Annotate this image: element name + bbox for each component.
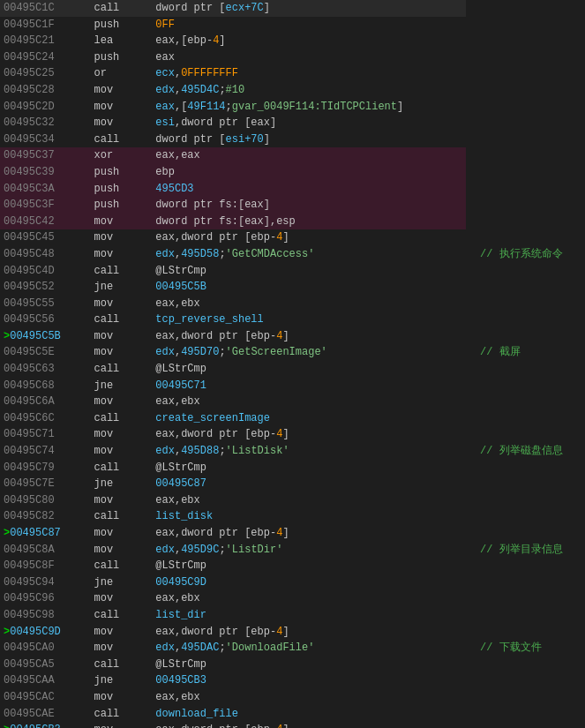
mnemonic-cell: mov — [86, 296, 152, 312]
address-cell: 00495C79 — [0, 460, 86, 477]
table-row[interactable]: 00495C6Ccallcreate_screenImage — [0, 410, 585, 427]
table-row[interactable]: 00495C2Dmoveax,[49F114;gvar_0049F114:TId… — [0, 99, 585, 116]
operands-cell: eax — [152, 49, 466, 66]
table-row[interactable]: 00495C80moveax,ebx — [0, 492, 585, 509]
table-row[interactable]: 00495C63call@LStrCmp — [0, 361, 585, 378]
mnemonic-cell: push — [86, 49, 152, 66]
address-cell: 00495C74 — [0, 443, 86, 460]
table-row[interactable]: 00495CA0movedx,495DAC;'DownloadFile'// 下… — [0, 640, 585, 657]
mnemonic-cell: mov — [86, 328, 152, 345]
operands-cell: dword ptr fs:[eax] — [152, 197, 466, 214]
table-row[interactable]: 00495C32movesi,dword ptr [eax] — [0, 115, 585, 131]
table-row[interactable]: 00495C45moveax,dword ptr [ebp-4] — [0, 229, 585, 246]
mnemonic-cell: mov — [86, 344, 152, 361]
table-row[interactable]: 00495C48movedx,495D58;'GetCMDAccess'// 执… — [0, 246, 585, 263]
operands-cell: eax,dword ptr [ebp-4] — [152, 328, 466, 345]
table-row[interactable]: 00495CAEcalldownload_file — [0, 706, 585, 723]
address-cell: 00495C8A — [0, 542, 86, 559]
mnemonic-cell: mov — [86, 443, 152, 460]
table-row[interactable]: 00495C42movdword ptr fs:[eax],esp — [0, 214, 585, 230]
table-row[interactable]: 00495C7Ejne00495C87 — [0, 476, 585, 492]
mnemonic-cell: jne — [86, 378, 152, 394]
operands-cell: list_dir — [152, 607, 466, 624]
mnemonic-cell: jne — [86, 672, 152, 689]
address-cell: >00495C87 — [0, 525, 86, 542]
table-row[interactable]: 00495C94jne00495C9D — [0, 574, 585, 591]
table-row[interactable]: 00495CA5call@LStrCmp — [0, 657, 585, 673]
table-row[interactable]: 00495C1Fpush0FF — [0, 17, 585, 34]
table-row[interactable]: 00495C5Emovedx,495D70;'GetScreenImage'//… — [0, 344, 585, 361]
mnemonic-cell: push — [86, 164, 152, 181]
address-cell: 00495C6A — [0, 394, 86, 410]
address-cell: 00495C63 — [0, 361, 86, 378]
table-row[interactable]: 00495C3Apush495CD3 — [0, 181, 585, 198]
table-row[interactable]: 00495C74movedx,495D88;'ListDisk'// 列举磁盘信… — [0, 443, 585, 460]
operands-cell: 00495C5B — [152, 279, 466, 296]
mnemonic-cell: mov — [86, 624, 152, 641]
operands-cell: ebp — [152, 164, 466, 181]
table-row[interactable]: >00495C9Dmoveax,dword ptr [ebp-4] — [0, 624, 585, 641]
operands-cell: eax,ebx — [152, 492, 466, 509]
operands-cell: ecx,0FFFFFFFF — [152, 65, 466, 82]
table-row[interactable]: 00495C96moveax,ebx — [0, 590, 585, 607]
address-cell: 00495C80 — [0, 492, 86, 509]
table-row[interactable]: 00495C3Fpushdword ptr fs:[eax] — [0, 197, 585, 214]
address-cell: 00495CAA — [0, 672, 86, 689]
table-row[interactable]: 00495C68jne00495C71 — [0, 378, 585, 394]
table-row[interactable]: 00495C34calldword ptr [esi+70] — [0, 131, 585, 148]
table-row[interactable]: 00495C8Amovedx,495D9C;'ListDir'// 列举目录信息 — [0, 542, 585, 559]
address-cell: 00495CA0 — [0, 640, 86, 657]
table-row[interactable]: >00495CB3moveax,dword ptr [ebp-4] — [0, 722, 585, 728]
operands-cell: create_screenImage — [152, 410, 466, 427]
table-row[interactable]: >00495C87moveax,dword ptr [ebp-4] — [0, 525, 585, 542]
table-row[interactable]: 00495C1Ccalldword ptr [ecx+7C] — [0, 0, 585, 17]
mnemonic-cell: call — [86, 0, 152, 17]
operands-cell: @LStrCmp — [152, 558, 466, 574]
mnemonic-cell: mov — [86, 525, 152, 542]
table-row[interactable]: 00495C39pushebp — [0, 164, 585, 181]
mnemonic-cell: lea — [86, 33, 152, 49]
operands-cell: 00495C9D — [152, 574, 466, 591]
table-row[interactable]: 00495C79call@LStrCmp — [0, 460, 585, 477]
table-row[interactable]: 00495CACmoveax,ebx — [0, 689, 585, 706]
comment-cell: // 下载文件 — [466, 640, 585, 657]
table-row[interactable]: 00495C55moveax,ebx — [0, 296, 585, 312]
operands-cell: dword ptr [ecx+7C] — [152, 0, 466, 17]
table-row[interactable]: 00495C4Dcall@LStrCmp — [0, 263, 585, 280]
mnemonic-cell: mov — [86, 689, 152, 706]
address-cell: 00495C48 — [0, 246, 86, 263]
operands-cell: edx,495D4C;#10 — [152, 82, 466, 99]
address-cell: 00495CA5 — [0, 657, 86, 673]
address-cell: 00495C25 — [0, 65, 86, 82]
address-cell: 00495C32 — [0, 115, 86, 131]
table-row[interactable]: 00495C82calllist_disk — [0, 508, 585, 525]
table-row[interactable]: 00495C21leaeax,[ebp-4] — [0, 33, 585, 49]
table-row[interactable]: 00495C24pusheax — [0, 49, 585, 66]
table-row[interactable]: >00495C5Bmoveax,dword ptr [ebp-4] — [0, 328, 585, 345]
address-cell: 00495C1C — [0, 0, 86, 17]
operands-cell: edx,495D70;'GetScreenImage' — [152, 344, 466, 361]
table-row[interactable]: 00495C6Amoveax,ebx — [0, 394, 585, 410]
table-row[interactable]: 00495CAAjne00495CB3 — [0, 672, 585, 689]
mnemonic-cell: call — [86, 706, 152, 723]
table-row[interactable]: 00495C98calllist_dir — [0, 607, 585, 624]
table-row[interactable]: 00495C28movedx,495D4C;#10 — [0, 82, 585, 99]
mnemonic-cell: mov — [86, 640, 152, 657]
address-cell: 00495C6C — [0, 410, 86, 427]
table-row[interactable]: 00495C56calltcp_reverse_shell — [0, 311, 585, 328]
mnemonic-cell: mov — [86, 492, 152, 509]
operands-cell: eax,[ebp-4] — [152, 33, 466, 49]
table-row[interactable]: 00495C25orecx,0FFFFFFFF — [0, 65, 585, 82]
address-cell: >00495C5B — [0, 328, 86, 345]
operands-cell: @LStrCmp — [152, 657, 466, 673]
table-row[interactable]: 00495C8Fcall@LStrCmp — [0, 558, 585, 574]
address-cell: 00495C55 — [0, 296, 86, 312]
operands-cell: eax,dword ptr [ebp-4] — [152, 229, 466, 246]
table-row[interactable]: 00495C52jne00495C5B — [0, 279, 585, 296]
table-row[interactable]: 00495C37xoreax,eax — [0, 147, 585, 164]
table-row[interactable]: 00495C71moveax,dword ptr [ebp-4] — [0, 426, 585, 443]
address-cell: 00495C52 — [0, 279, 86, 296]
mnemonic-cell: push — [86, 17, 152, 34]
address-cell: >00495CB3 — [0, 722, 86, 728]
address-cell: 00495C4D — [0, 263, 86, 280]
